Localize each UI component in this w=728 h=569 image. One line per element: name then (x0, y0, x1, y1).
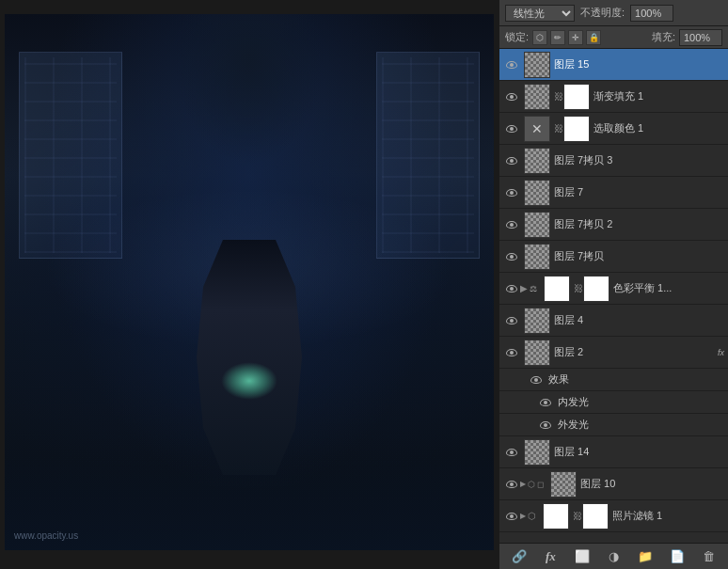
visibility-toggle[interactable] (503, 280, 520, 297)
layers-list[interactable]: 图层 15 ⛓ 渐变填充 1 ✕ (499, 49, 728, 543)
layer-mask (582, 503, 609, 529)
extra-icons: ⬡ (528, 511, 536, 521)
fx-button[interactable]: fx (540, 547, 561, 566)
visibility-toggle[interactable] (503, 216, 520, 233)
thumb-checker (525, 308, 549, 333)
eye-icon (506, 221, 517, 229)
layer-item[interactable]: 图层 7拷贝 2 (499, 209, 728, 241)
layer-item[interactable]: 图层 4 (499, 305, 728, 337)
layer-item[interactable]: ⛓ 渐变填充 1 (499, 81, 728, 113)
layer-item[interactable]: ▶ ⬡ ◻ 图层 10 (499, 468, 728, 500)
layer-item[interactable]: ✕ ⛓ 选取颜色 1 (499, 113, 728, 145)
thumb-checker (551, 472, 576, 497)
thumb-checker (525, 53, 549, 77)
layer-mask (563, 84, 590, 110)
visibility-toggle[interactable] (503, 312, 520, 329)
eye-icon (540, 399, 551, 406)
layer-item[interactable]: 图层 7拷贝 (499, 241, 728, 273)
extra-icons: ⬡ ◻ (528, 480, 544, 489)
layer-name: 内发光 (558, 395, 724, 409)
layer-name: 图层 14 (554, 445, 724, 459)
layer-item[interactable]: 图层 7拷贝 3 (499, 145, 728, 177)
eye-icon (540, 421, 551, 429)
eye-icon (506, 285, 517, 292)
eye-icon (506, 93, 517, 101)
fill-input[interactable] (679, 29, 722, 46)
layer-name: 照片滤镜 1 (612, 509, 724, 523)
new-layer-button[interactable]: 📄 (667, 547, 688, 566)
panels-area: 线性光 正常 正片叠底 不透明度: 锁定: ⬡ ✏ ✛ 🔒 填充: (499, 0, 728, 569)
eye-icon (506, 253, 517, 261)
visibility-toggle[interactable] (503, 508, 520, 525)
thumb-checker (525, 213, 549, 237)
layer-thumbnail (524, 84, 550, 110)
visibility-toggle[interactable] (503, 476, 520, 493)
layer-item[interactable]: 图层 2 fx (499, 337, 728, 369)
visibility-toggle[interactable] (537, 394, 554, 411)
layer-chain-icon: ⛓ (573, 511, 582, 521)
visibility-toggle[interactable] (503, 184, 520, 201)
eye-icon (506, 349, 517, 356)
blend-mode-toolbar: 线性光 正常 正片叠底 不透明度: (499, 0, 728, 26)
lock-all-btn[interactable]: 🔒 (586, 30, 601, 45)
eye-icon (506, 317, 517, 324)
lock-toolbar: 锁定: ⬡ ✏ ✛ 🔒 填充: (499, 26, 728, 49)
layer-thumbnail (524, 439, 550, 466)
visibility-toggle[interactable] (528, 371, 545, 388)
layer-name: 色彩平衡 1... (613, 281, 724, 295)
visibility-toggle[interactable] (537, 417, 554, 434)
visibility-toggle[interactable] (503, 248, 520, 265)
adjustment-button[interactable]: ◑ (603, 547, 624, 566)
thumb-checker (525, 85, 549, 109)
layer-item[interactable]: ▶ ⚖ ⛓ 色彩平衡 1... (499, 273, 728, 305)
bottom-toolbar: 🔗 fx ⬜ ◑ 📁 📄 🗑 (499, 543, 728, 569)
watermark: www.opacity.us (14, 530, 78, 541)
canvas-area: www.opacity.us (0, 0, 499, 569)
visibility-toggle[interactable] (503, 56, 520, 73)
layer-item[interactable]: 图层 15 (499, 49, 728, 81)
thumb-white (545, 277, 569, 301)
visibility-toggle[interactable] (503, 444, 520, 461)
layer-chain-icon: ⛓ (554, 123, 563, 134)
thumb-checker (525, 245, 549, 269)
lock-paint-btn[interactable]: ✏ (550, 30, 565, 45)
layer-effect-item[interactable]: 效果 (499, 369, 728, 391)
layer-effect-item[interactable]: 内发光 (499, 391, 728, 414)
layer-thumbnail (524, 340, 550, 366)
layer-effect-item[interactable]: 外发光 (499, 414, 728, 436)
layer-item[interactable]: 图层 7 (499, 177, 728, 209)
delete-layer-button[interactable]: 🗑 (698, 547, 719, 566)
new-group-button[interactable]: 📁 (635, 547, 656, 566)
lock-transparent-btn[interactable]: ⬡ (532, 30, 547, 45)
layer-item[interactable]: 图层 14 (499, 436, 728, 468)
layer-item[interactable]: ▶ ⬡ ⛓ 照片滤镜 1 (499, 500, 728, 532)
thumb-white (544, 504, 568, 529)
layer-name: 图层 10 (580, 477, 724, 491)
eye-icon (506, 513, 517, 520)
visibility-toggle[interactable] (503, 120, 520, 137)
lock-position-btn[interactable]: ✛ (568, 30, 583, 45)
visibility-toggle[interactable] (503, 344, 520, 361)
mask-icon: ◻ (537, 480, 544, 489)
expand-icon: ▶ (520, 512, 526, 520)
link-layers-button[interactable]: 🔗 (509, 547, 530, 566)
expand-icon: ▶ (520, 480, 526, 488)
lock-label: 锁定: (505, 30, 529, 44)
layer-chain-icon: ⛓ (574, 283, 583, 293)
visibility-toggle[interactable] (503, 152, 520, 169)
layer-mask (583, 276, 609, 302)
layer-thumbnail (524, 244, 550, 270)
thumb-checker (525, 440, 549, 465)
lock-icons: ⬡ ✏ ✛ 🔒 (532, 30, 601, 45)
blend-mode-select[interactable]: 线性光 正常 正片叠底 (505, 5, 575, 22)
eye-icon (506, 61, 517, 69)
layer-thumbnail (524, 148, 550, 174)
layer-mask (563, 116, 590, 142)
layer-name: 图层 4 (554, 313, 724, 327)
book-glow (221, 362, 277, 400)
balance-icon: ⚖ (530, 284, 537, 293)
layer-name: 图层 7拷贝 2 (554, 217, 724, 231)
visibility-toggle[interactable] (503, 88, 520, 105)
add-mask-button[interactable]: ⬜ (572, 547, 593, 566)
opacity-input[interactable] (630, 5, 673, 22)
